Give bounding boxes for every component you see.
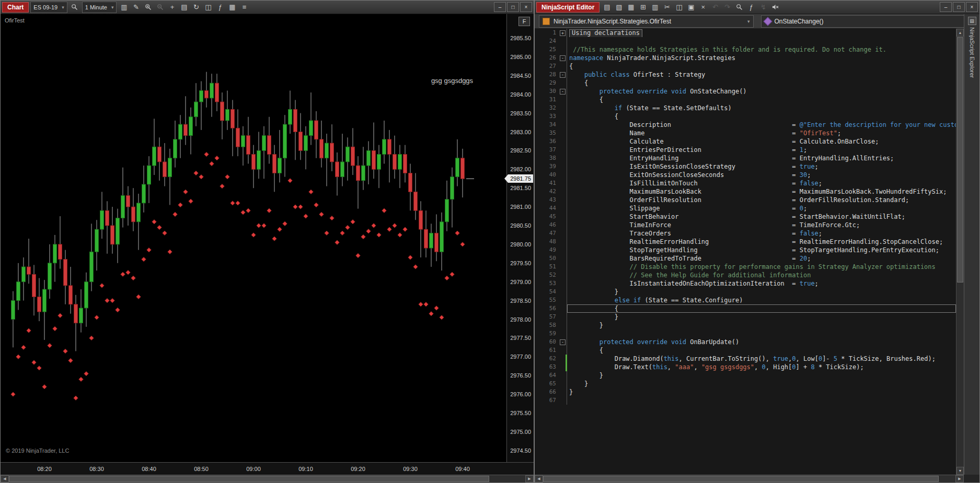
code-line[interactable]: 34 Description = @"Enter the description…	[535, 121, 956, 129]
code-line[interactable]: 36 Calculate = Calculate.OnBarClose;	[535, 137, 956, 146]
code-line[interactable]: 39 IsExitOnSessionCloseStrategy = true;	[535, 162, 956, 171]
code-line[interactable]: 64 }	[535, 371, 956, 380]
code-line[interactable]: 53 IsInstantiatedOnEachOptimizationItera…	[535, 279, 956, 288]
code-line[interactable]: 46 TimeInForce = TimeInForce.Gtc;	[535, 221, 956, 229]
data-box-icon[interactable]: ▤	[178, 2, 190, 13]
code-line[interactable]: 1+Using declarations	[535, 29, 956, 37]
code-line[interactable]: 62 Draw.Diamond(this, CurrentBar.ToStrin…	[535, 355, 956, 363]
expand-region-icon[interactable]: +	[560, 30, 566, 36]
restore-button[interactable]: □	[953, 2, 965, 12]
code-line[interactable]: 51 // Disable this property for performa…	[535, 263, 956, 271]
chart-trader-icon[interactable]: ◫	[202, 2, 214, 13]
paste-icon[interactable]: ▣	[685, 2, 697, 13]
code-line[interactable]: 24	[535, 37, 956, 45]
time-axis[interactable]: 08:2008:3008:4008:5009:0009:1009:2009:30…	[1, 462, 534, 476]
indicators-icon[interactable]: ƒ	[214, 2, 226, 13]
drawing-tools-icon[interactable]: ✎	[130, 2, 142, 13]
scroll-thumb[interactable]	[957, 37, 963, 282]
code-line[interactable]: 63 Draw.Text(this, "aaa", "gsg gsgsdggs"…	[535, 363, 956, 371]
code-line[interactable]: 58 }	[535, 321, 956, 329]
instrument-dropdown[interactable]: ES 09-19 ▾	[30, 2, 67, 13]
editor-vertical-scrollbar[interactable]: ▲▼	[956, 29, 964, 475]
cut-icon[interactable]: ✂	[661, 2, 673, 13]
scroll-track[interactable]	[543, 475, 955, 482]
code-line[interactable]: 47 TraceOrders = false;	[535, 229, 956, 238]
code-line[interactable]: 57 }	[535, 313, 956, 321]
code-line[interactable]: 45 StartBehavior = StartBehavior.WaitUnt…	[535, 213, 956, 221]
chart-horizontal-scrollbar[interactable]: ◀▶	[1, 475, 534, 482]
price-chart[interactable]: gsg gsgsdggs OfirTest © 2019 NinjaTrader…	[1, 14, 506, 462]
compile-icon[interactable]: ƒ	[745, 2, 757, 13]
code-line[interactable]: 55 else if (State == State.Configure)	[535, 296, 956, 304]
code-line[interactable]: 50 BarsRequiredToTrade = 20;	[535, 254, 956, 263]
reload-icon[interactable]: ↻	[190, 2, 202, 13]
scroll-up-button[interactable]: ▲	[956, 29, 964, 37]
code-line[interactable]: 38 EntryHandling = EntryHandling.AllEntr…	[535, 154, 956, 162]
find-icon[interactable]	[733, 2, 745, 13]
strategies-icon[interactable]: ▦	[226, 2, 238, 13]
code-line[interactable]: 67	[535, 396, 956, 405]
code-line[interactable]: 59	[535, 329, 956, 338]
fit-scale-button[interactable]: F	[518, 17, 530, 26]
ninjascript-explorer-tab[interactable]: ▤ NinjaScript Explorer	[964, 14, 979, 475]
method-dropdown[interactable]: OnStateChange() ▾	[761, 15, 976, 28]
code-line[interactable]: 27{	[535, 62, 956, 70]
code-line[interactable]: 33 {	[535, 112, 956, 121]
code-line[interactable]: 31 {	[535, 96, 956, 104]
zoom-in-icon[interactable]	[142, 2, 154, 13]
copy-icon[interactable]: ◫	[673, 2, 685, 13]
code-line[interactable]: 40 ExitOnSessionCloseSeconds = 30;	[535, 171, 956, 179]
code-line[interactable]: 37 EntriesPerDirection = 1;	[535, 146, 956, 154]
scroll-thumb[interactable]	[543, 476, 939, 482]
new-script-icon[interactable]: ▤	[601, 2, 613, 13]
code-line[interactable]: 35 Name = "OfirTest";	[535, 129, 956, 137]
code-line[interactable]: 44 Slippage = 0;	[535, 204, 956, 213]
scroll-left-button[interactable]: ◀	[535, 475, 543, 482]
scroll-thumb[interactable]	[9, 476, 489, 482]
code-line[interactable]: 41 IsFillLimitOnTouch = false;	[535, 179, 956, 187]
code-line[interactable]: 30- protected override void OnStateChang…	[535, 87, 956, 96]
minimize-button[interactable]: –	[940, 2, 952, 12]
collapse-region-icon[interactable]: -	[560, 72, 566, 78]
close-button[interactable]: ×	[966, 2, 978, 12]
editor-horizontal-scrollbar[interactable]: ◀▶	[535, 475, 964, 482]
scroll-track[interactable]	[9, 475, 525, 482]
delete-icon[interactable]: ×	[697, 2, 709, 13]
chart-style-icon[interactable]: ▥	[118, 2, 130, 13]
scroll-down-button[interactable]: ▼	[956, 467, 964, 475]
scroll-left-button[interactable]: ◀	[1, 475, 9, 482]
code-line[interactable]: 48 RealtimeErrorHandling = RealtimeError…	[535, 238, 956, 246]
code-line[interactable]: 65 }	[535, 380, 956, 388]
code-line[interactable]: 52 // See the Help Guide for additional …	[535, 271, 956, 279]
scroll-right-button[interactable]: ▶	[525, 475, 534, 482]
collapse-region-icon[interactable]: -	[560, 339, 566, 345]
interval-dropdown[interactable]: 1 Minute ▾	[82, 2, 117, 13]
code-line[interactable]: 60- protected override void OnBarUpdate(…	[535, 338, 956, 346]
restore-button[interactable]: □	[507, 2, 519, 12]
add-indicator-icon[interactable]: +	[166, 2, 178, 13]
code-line[interactable]: 54 }	[535, 288, 956, 296]
code-editor[interactable]: 1+Using declarations2425 //This namespac…	[535, 29, 956, 475]
code-line[interactable]: 26-namespace NinjaTrader.NinjaScript.Str…	[535, 54, 956, 62]
code-line[interactable]: 28- public class OfirTest : Strategy	[535, 70, 956, 79]
code-line[interactable]: 56 {	[535, 304, 956, 313]
code-line[interactable]: 49 StopTargetHandling = StopTargetHandli…	[535, 246, 956, 254]
collapse-region-icon[interactable]: -	[560, 55, 566, 61]
print-icon[interactable]: ▥	[649, 2, 661, 13]
close-button[interactable]: ×	[520, 2, 532, 12]
code-line[interactable]: 32 if (State == State.SetDefaults)	[535, 104, 956, 112]
open-icon[interactable]: ▧	[613, 2, 625, 13]
properties-icon[interactable]: ≡	[238, 2, 250, 13]
code-line[interactable]: 43 OrderFillResolution = OrderFillResolu…	[535, 196, 956, 204]
code-line[interactable]: 42 MaximumBarsLookBack = MaximumBarsLook…	[535, 187, 956, 196]
save-all-icon[interactable]: ⊞	[637, 2, 649, 13]
collapse-region-icon[interactable]: -	[560, 89, 566, 95]
instrument-search-icon[interactable]	[69, 2, 80, 13]
scroll-right-button[interactable]: ▶	[955, 475, 964, 482]
code-line[interactable]: 29 {	[535, 79, 956, 87]
collapsed-region-label[interactable]: Using declarations	[569, 29, 642, 37]
class-dropdown[interactable]: NinjaTrader.NinjaScript.Strategies.OfirT…	[539, 15, 754, 28]
save-icon[interactable]: ▦	[625, 2, 637, 13]
code-line[interactable]: 66}	[535, 388, 956, 396]
price-axis[interactable]: F 2981.75 2985.502985.002984.502984.0029…	[506, 14, 534, 462]
